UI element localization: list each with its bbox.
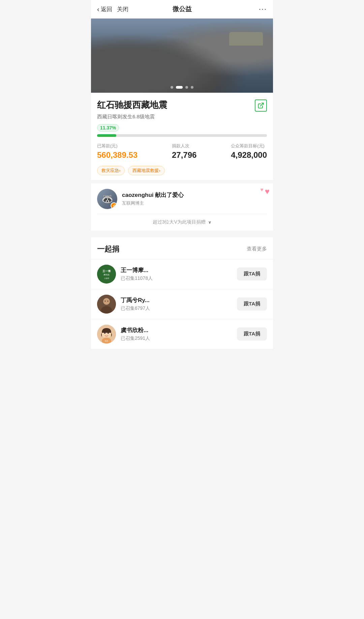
progress-bar-fill (97, 134, 116, 137)
goal-label: 公众筹款目标(元) (231, 143, 267, 149)
svg-text:王一博: 王一博 (102, 270, 111, 273)
hearts-decoration: ♥ ♥ (260, 187, 270, 196)
featured-donor-info: caozenghui 献出了爱心 互联网博主 (122, 191, 184, 206)
svg-text:摩托组: 摩托组 (103, 273, 110, 276)
tag-tibet[interactable]: 西藏地震救援› (128, 166, 164, 175)
close-button[interactable]: 关闭 (117, 5, 128, 13)
svg-text:粉丝: 粉丝 (105, 340, 108, 342)
dot-4[interactable] (191, 86, 193, 89)
svg-point-14 (108, 332, 109, 334)
svg-line-0 (260, 103, 263, 106)
list-item: 王一博 摩托组 公益组 王一博摩... 已召集11078人 跟TA捐 (91, 259, 273, 289)
dot-2[interactable] (176, 86, 183, 89)
list-count-3: 已召集2591人 (121, 335, 232, 342)
divider-2 (91, 231, 273, 234)
project-card: 红石驰援西藏地震 西藏日喀则发生6.8级地震 11.37% 已筹款(元) 560… (91, 93, 273, 180)
svg-text:公益组: 公益组 (104, 277, 109, 279)
tags-row: 救灾应急› 西藏地震救援› (97, 166, 267, 175)
verified-badge: ✓ (111, 202, 117, 209)
together-header: 一起捐 查看更多 (91, 237, 273, 259)
list-name-3: 虞书欣粉... (121, 326, 232, 334)
progress-bar-background (97, 134, 267, 137)
list-avatar-3: 粉丝 (97, 325, 116, 344)
share-icon (257, 102, 264, 109)
app-header: ‹ 返回 关闭 微公益 ··· (91, 0, 273, 19)
list-count-1: 已召集11078人 (121, 275, 232, 282)
tag-emergency[interactable]: 救灾应急› (97, 166, 125, 175)
follow-button-3[interactable]: 跟TA捐 (237, 327, 267, 341)
donor-section: ♥ ♥ 🦝 ✓ caozenghui 献出了爱心 互联网博主 超过3位大V为此项… (91, 183, 273, 231)
chevron-left-icon: ‹ (97, 5, 99, 13)
header-left-group: ‹ 返回 关闭 (97, 5, 128, 13)
featured-donor-row: 🦝 ✓ caozenghui 献出了爱心 互联网博主 (97, 189, 267, 209)
expand-chevron-icon[interactable]: ∨ (208, 220, 211, 225)
featured-donor-name: caozenghui 献出了爱心 (122, 191, 184, 199)
list-count-2: 已召集6797人 (121, 305, 232, 312)
raised-value: 560,389.53 (97, 150, 138, 160)
featured-donor-avatar: 🦝 ✓ (97, 189, 117, 209)
donors-stat: 捐款人次 27,796 (172, 143, 196, 160)
list-info-1: 王一博摩... 已召集11078人 (121, 266, 232, 282)
progress-percentage: 11.37% (97, 124, 119, 131)
dot-3[interactable] (185, 86, 188, 89)
header-title: 微公益 (173, 5, 192, 13)
project-subtitle: 西藏日喀则发生6.8级地震 (97, 114, 267, 120)
list-item: 丁禹兮Ry... 已召集6797人 跟TA捐 (91, 289, 273, 319)
follow-button-1[interactable]: 跟TA捐 (237, 267, 267, 281)
svg-point-13 (104, 332, 105, 334)
featured-donor-role: 互联网博主 (122, 200, 184, 206)
list-info-3: 虞书欣粉... 已召集2591人 (121, 326, 232, 342)
list-info-2: 丁禹兮Ry... 已召集6797人 (121, 296, 232, 312)
divider-1 (91, 180, 273, 183)
follow-button-2[interactable]: 跟TA捐 (237, 297, 267, 311)
list-item: 粉丝 虞书欣粉... 已召集2591人 跟TA捐 (91, 319, 273, 349)
raised-stat: 已筹款(元) 560,389.53 (97, 143, 138, 160)
list-name-2: 丁禹兮Ry... (121, 296, 232, 304)
project-title: 红石驰援西藏地震 (97, 99, 267, 111)
list-avatar-1: 王一博 摩托组 公益组 (97, 265, 116, 284)
carousel-dots (171, 86, 193, 89)
expand-vip-row[interactable]: 超过3位大V为此项目捐赠 ∨ (97, 214, 267, 225)
donors-value: 27,796 (172, 150, 196, 160)
stats-row: 已筹款(元) 560,389.53 捐款人次 27,796 公众筹款目标(元) … (97, 143, 267, 160)
wang-yibo-logo: 王一博 摩托组 公益组 (97, 265, 116, 284)
svg-point-10 (108, 300, 109, 301)
expand-text[interactable]: 超过3位大V为此项目捐赠 (153, 219, 206, 225)
goal-value: 4,928,000 (231, 150, 267, 160)
svg-point-9 (105, 300, 106, 301)
back-button[interactable]: ‹ 返回 (97, 5, 112, 13)
hero-rubble-bg (91, 19, 273, 93)
donors-label: 捐款人次 (172, 143, 196, 149)
view-more-button[interactable]: 查看更多 (247, 246, 267, 252)
goal-stat: 公众筹款目标(元) 4,928,000 (231, 143, 267, 160)
dot-1[interactable] (171, 86, 173, 89)
together-section: 一起捐 查看更多 王一博 摩托组 公益组 王一博摩... 已召集11078人 跟… (91, 237, 273, 349)
back-label: 返回 (101, 5, 112, 13)
svg-point-8 (103, 298, 110, 304)
heart-icon-large: ♥ (265, 187, 270, 196)
more-menu-button[interactable]: ··· (259, 5, 267, 13)
verified-check-icon: ✓ (113, 204, 115, 207)
share-button[interactable] (255, 99, 267, 112)
raised-label: 已筹款(元) (97, 143, 138, 149)
together-title: 一起捐 (97, 244, 119, 254)
ding-yuxi-avatar (97, 295, 116, 314)
list-name-1: 王一博摩... (121, 266, 232, 274)
heart-icon-small: ♥ (260, 187, 264, 196)
list-avatar-2 (97, 295, 116, 314)
hero-image (91, 19, 273, 93)
yu-shuxin-fan-avatar: 粉丝 (97, 325, 116, 344)
